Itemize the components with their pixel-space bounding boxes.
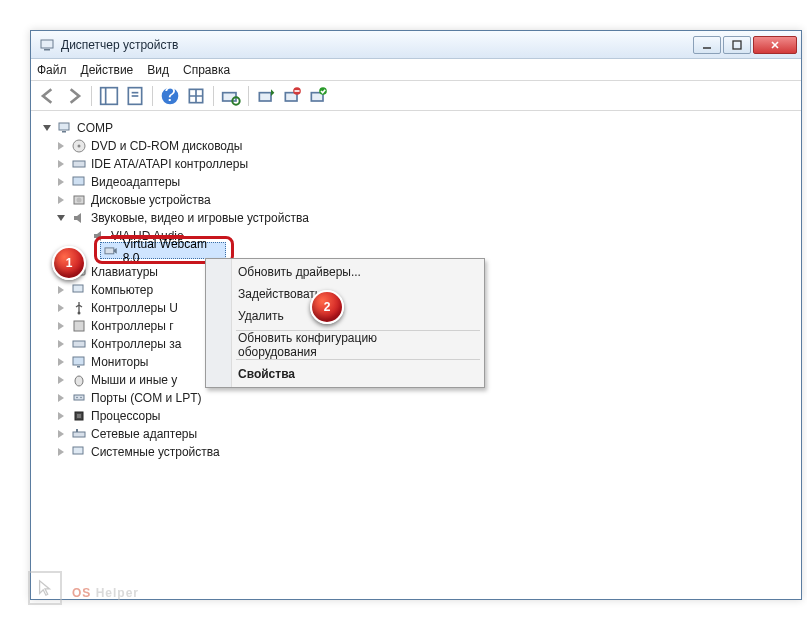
tree-item-label: Сетевые адаптеры bbox=[91, 427, 197, 441]
controller-icon bbox=[71, 156, 87, 172]
disable-button[interactable] bbox=[281, 85, 303, 107]
tree-item-selected[interactable]: Virtual Webcam 8.0 bbox=[100, 242, 226, 259]
svg-rect-46 bbox=[105, 248, 114, 254]
tree-item[interactable]: IDE ATA/ATAPI контроллеры bbox=[41, 155, 791, 173]
svg-rect-22 bbox=[59, 123, 69, 130]
callout-number: 2 bbox=[324, 300, 331, 314]
disc-icon bbox=[71, 138, 87, 154]
svg-rect-23 bbox=[62, 131, 66, 133]
menu-file[interactable]: Файл bbox=[37, 63, 67, 77]
tree-item[interactable]: DVD и CD-ROM дисководы bbox=[41, 137, 791, 155]
menu-view[interactable]: Вид bbox=[147, 63, 169, 77]
forward-button[interactable] bbox=[63, 85, 85, 107]
tree-item[interactable]: Сетевые адаптеры bbox=[41, 425, 791, 443]
ctx-label: Свойства bbox=[238, 367, 295, 381]
expander-icon[interactable] bbox=[55, 284, 67, 296]
storage-controller-icon bbox=[71, 336, 87, 352]
spacer bbox=[75, 230, 87, 242]
toolbar-separator bbox=[91, 86, 92, 106]
expander-icon[interactable] bbox=[55, 320, 67, 332]
tree-item-label: Контроллеры г bbox=[91, 319, 174, 333]
expander-icon[interactable] bbox=[41, 122, 53, 134]
close-button[interactable] bbox=[753, 36, 797, 54]
svg-rect-6 bbox=[101, 87, 118, 104]
expander-icon[interactable] bbox=[55, 140, 67, 152]
window-buttons bbox=[691, 36, 797, 54]
ctx-label: Обновить конфигурацию оборудования bbox=[238, 331, 456, 359]
tree-root[interactable]: COMP bbox=[41, 119, 791, 137]
watermark-os: OS bbox=[72, 586, 91, 600]
expander-icon[interactable] bbox=[55, 392, 67, 404]
tree-item-label: Видеоадаптеры bbox=[91, 175, 180, 189]
svg-text:?: ? bbox=[164, 86, 175, 105]
cpu-icon bbox=[71, 408, 87, 424]
svg-rect-31 bbox=[73, 285, 83, 292]
tree-item[interactable]: Системные устройства bbox=[41, 443, 791, 461]
tree-item[interactable]: Видеоадаптеры bbox=[41, 173, 791, 191]
app-icon bbox=[39, 37, 55, 53]
tree-item-label: Контроллеры за bbox=[91, 337, 181, 351]
tree-item-label: Компьютер bbox=[91, 283, 153, 297]
toolbar-separator bbox=[213, 86, 214, 106]
ctx-scan-hardware[interactable]: Обновить конфигурацию оборудования bbox=[208, 334, 482, 356]
ctx-properties[interactable]: Свойства bbox=[208, 363, 482, 385]
svg-point-29 bbox=[77, 198, 82, 203]
menu-action[interactable]: Действие bbox=[81, 63, 134, 77]
disk-icon bbox=[71, 192, 87, 208]
tree-item[interactable]: Дисковые устройства bbox=[41, 191, 791, 209]
floppy-controller-icon bbox=[71, 318, 87, 334]
expander-icon[interactable] bbox=[55, 212, 67, 224]
back-button[interactable] bbox=[37, 85, 59, 107]
system-device-icon bbox=[71, 444, 87, 460]
tree-item-label: Клавиатуры bbox=[91, 265, 158, 279]
tree-item[interactable]: Порты (COM и LPT) bbox=[41, 389, 791, 407]
expander-icon[interactable] bbox=[55, 356, 67, 368]
network-icon bbox=[71, 426, 87, 442]
port-icon bbox=[71, 390, 87, 406]
expander-icon[interactable] bbox=[55, 446, 67, 458]
svg-rect-38 bbox=[74, 395, 84, 400]
ctx-enable[interactable]: Задействовать bbox=[208, 283, 482, 305]
expander-icon[interactable] bbox=[55, 410, 67, 422]
expander-icon[interactable] bbox=[55, 302, 67, 314]
expander-icon[interactable] bbox=[55, 428, 67, 440]
annotation-callout-1: 1 bbox=[52, 246, 86, 280]
svg-point-32 bbox=[78, 312, 81, 315]
svg-point-40 bbox=[80, 397, 82, 399]
enable-button[interactable] bbox=[307, 85, 329, 107]
computer-icon bbox=[71, 282, 87, 298]
svg-rect-26 bbox=[73, 161, 85, 167]
action-button[interactable] bbox=[185, 85, 207, 107]
tree-item-sound[interactable]: Звуковые, видео и игровые устройства bbox=[41, 209, 791, 227]
expander-icon[interactable] bbox=[55, 194, 67, 206]
svg-point-37 bbox=[75, 376, 83, 386]
watermark-helper: Helper bbox=[91, 586, 139, 600]
expander-icon[interactable] bbox=[55, 176, 67, 188]
expander-icon[interactable] bbox=[55, 374, 67, 386]
svg-rect-16 bbox=[259, 92, 271, 100]
annotation-callout-2: 2 bbox=[310, 290, 344, 324]
watermark: OS Helper bbox=[28, 571, 139, 605]
svg-point-25 bbox=[78, 145, 81, 148]
toolbar-separator bbox=[248, 86, 249, 106]
tree-item[interactable]: Процессоры bbox=[41, 407, 791, 425]
scan-hardware-button[interactable] bbox=[220, 85, 242, 107]
svg-rect-27 bbox=[73, 177, 84, 185]
monitor-icon bbox=[71, 354, 87, 370]
ctx-update-drivers[interactable]: Обновить драйверы... bbox=[208, 261, 482, 283]
expander-icon[interactable] bbox=[55, 158, 67, 170]
expander-icon[interactable] bbox=[55, 338, 67, 350]
callout-number: 1 bbox=[66, 256, 73, 270]
ctx-label: Удалить bbox=[238, 309, 284, 323]
computer-icon bbox=[57, 120, 73, 136]
svg-rect-3 bbox=[733, 41, 741, 49]
svg-rect-33 bbox=[74, 321, 84, 331]
show-hide-tree-button[interactable] bbox=[98, 85, 120, 107]
help-button[interactable]: ? bbox=[159, 85, 181, 107]
ctx-delete[interactable]: Удалить bbox=[208, 305, 482, 327]
update-driver-button[interactable] bbox=[255, 85, 277, 107]
menu-help[interactable]: Справка bbox=[183, 63, 230, 77]
properties-button[interactable] bbox=[124, 85, 146, 107]
minimize-button[interactable] bbox=[693, 36, 721, 54]
maximize-button[interactable] bbox=[723, 36, 751, 54]
